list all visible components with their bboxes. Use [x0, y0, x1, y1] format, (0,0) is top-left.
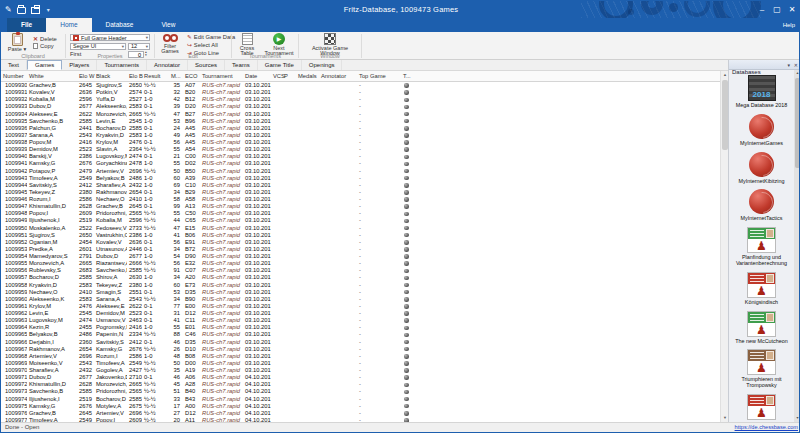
table-row[interactable]: 1009958Kryakvin,D2583Tekeyev,Z23801-060E… — [1, 282, 720, 289]
table-row[interactable]: 1009936Palchun,G2441Bocharov,D25850-124A… — [1, 125, 720, 132]
table-row[interactable]: 1009938Popov,M2416Krylov,M24760-156A45RU… — [1, 139, 720, 146]
column-header-medals[interactable]: Medals — [296, 71, 319, 82]
panel-close-icon[interactable]: ✕ — [794, 60, 798, 70]
column-header-tournament[interactable]: Tournament — [200, 71, 243, 82]
list-tab-sources[interactable]: Sources — [188, 60, 225, 70]
table-row[interactable]: 1009952Oganian,M2454Kovalev,V26360-156E9… — [1, 239, 720, 246]
ribbon-tab-view[interactable]: View — [147, 18, 189, 32]
table-row[interactable]: 1009957Bocharov,D2585Shirov,A26301-034A2… — [1, 274, 720, 281]
table-row[interactable]: 1009962Levin,E2545Demidov,M25230-131D12R… — [1, 310, 720, 317]
sidebar-scroll-up-icon[interactable]: ▲ — [794, 70, 800, 77]
column-header-annotator[interactable]: Annotator — [319, 71, 357, 82]
table-row[interactable]: 1009946Rozum,I2586Nechaev,O24101-058A58R… — [1, 196, 720, 203]
ribbon-tab-file[interactable]: File — [7, 18, 46, 32]
column-header-number[interactable]: Number — [1, 71, 27, 82]
table-row[interactable]: 1009964Kezin,R2455Pogromsky,M24161-055E0… — [1, 324, 720, 331]
chessbase-link[interactable]: https://de.chessbase.com — [735, 423, 798, 432]
panel-menu-icon[interactable]: ▾ — [787, 60, 790, 70]
column-header-p[interactable]: P — [282, 71, 296, 82]
column-header-elob[interactable]: Elo B — [127, 71, 142, 82]
table-row[interactable]: 1009974Iljiushenok,I2519Bocharov,D2585½-… — [1, 396, 720, 403]
table-row[interactable]: 1009944Savitskiy,S2412Sharafiev,A24321-0… — [1, 182, 720, 189]
paste-button[interactable]: Paste ▾ — [5, 33, 29, 52]
table-row[interactable]: 1009931Kovalev,V2636Potkin,V25740-132B20… — [1, 89, 720, 96]
table-row[interactable]: 1009930Grachev,B2645Sjugirov,S2650½-½35A… — [1, 82, 720, 89]
sidebar-scrollbar-thumb[interactable] — [795, 78, 800, 168]
table-row[interactable]: 1009975Kamsky,G2676Motylev,A2675½-½17A00… — [1, 403, 720, 410]
ribbon-tab-home[interactable]: Home — [46, 18, 91, 32]
help-link[interactable]: Help — [783, 18, 795, 32]
database-item-planfindung-und-variantenberechnung[interactable]: ♟Planfindung und Variantenberechnung — [729, 227, 794, 267]
table-row[interactable]: 1009956Rublevsky,S2683Savchenko,B2585½-½… — [1, 267, 720, 274]
table-row[interactable]: 1009968Artemiev,V2696Rozum,I25861-048B08… — [1, 353, 720, 360]
table-row[interactable]: 1009954Mamedyarov,S2791Dubov,D26771-054D… — [1, 253, 720, 260]
table-row[interactable]: 1009967Rakhmanov,A2654Kamsky,G2676½-½26D… — [1, 346, 720, 353]
database-item[interactable]: ♟ — [729, 394, 794, 420]
sidebar-scrollbar[interactable]: ▲ ▼ — [794, 70, 800, 422]
edit-game-data-button[interactable]: ✎ Edit Game Data — [187, 34, 235, 40]
table-row[interactable]: 1009965Belyakov,B2486Papenin,N2334½-½88C… — [1, 331, 720, 338]
table-row[interactable]: 1009951Sjugirov,S2650Vastrukhin,O23861-0… — [1, 232, 720, 239]
table-row[interactable]: 1009963Lugovskoy,M2474Usmanov,V24630-141… — [1, 317, 720, 324]
table-row[interactable]: 1009949Iljiushenok,I2519Kobalia,M2596½-½… — [1, 217, 720, 224]
ribbon-tab-database[interactable]: Database — [92, 18, 148, 32]
table-row[interactable]: 1009937Sarana,A2543Kryakvin,D25831-049A4… — [1, 132, 720, 139]
maximize-button[interactable]: ▢ — [770, 3, 784, 17]
close-button[interactable]: ✕ — [785, 3, 799, 17]
table-row[interactable]: 1009971Dubov,D2677Jakovenko,D27100-146A0… — [1, 374, 720, 381]
table-row[interactable]: 1009941Kamsky,G2676Goryachkina,A24781-05… — [1, 160, 720, 167]
table-row[interactable]: 1009970Sharafiev,A2432Gogolev,A2427½-½35… — [1, 367, 720, 374]
table-row[interactable]: 1009947Khismatullin,D2628Grachev,B26450-… — [1, 203, 720, 210]
table-row[interactable]: 1009942Potapov,P2479Artemiev,V2696½-½50B… — [1, 168, 720, 175]
font-select[interactable]: Segoe UI▾ — [70, 43, 126, 50]
minimize-button[interactable]: – — [755, 3, 769, 17]
font-size-select[interactable]: 12▾ — [128, 43, 150, 50]
table-row[interactable]: 1009950Moskalenko,A2522Fedoseev,V2733½-½… — [1, 225, 720, 232]
delete-button[interactable]: ✕ Delete — [33, 35, 57, 42]
database-item-mega-database-2018[interactable]: 2018Mega Database 2018 — [729, 75, 794, 109]
list-tab-openings[interactable]: Openings — [302, 60, 343, 70]
column-header-eco[interactable]: ECO — [183, 71, 200, 82]
column-header-date[interactable]: Date — [243, 71, 271, 82]
sidebar-scroll-down-icon[interactable]: ▼ — [794, 415, 800, 422]
table-row[interactable]: 1009961Krylov,M2476Alekseev,E26220-177E0… — [1, 303, 720, 310]
table-row[interactable]: 1009933Dubov,D2677Alekseenko,K25830-139D… — [1, 103, 720, 110]
database-item-myinternettactics[interactable]: MyInternetTactics — [729, 189, 794, 222]
table-row[interactable]: 1009940Barskij,V2386Lugovskoy,M24740-121… — [1, 153, 720, 160]
table-row[interactable]: 1009939Demidov,M2523Slavin,A2364½-½55A54… — [1, 146, 720, 153]
table-row[interactable]: 1009953Predke,A2601Utnasunov,A24460-134B… — [1, 246, 720, 253]
column-header-vcs[interactable]: VCS — [271, 71, 282, 82]
table-row[interactable]: 1009945Tekeyev,Z2380Rakhmanov,A26540-134… — [1, 189, 720, 196]
column-header-elow[interactable]: Elo W — [77, 71, 94, 82]
column-header-result[interactable]: Result — [142, 71, 169, 82]
game-header-select[interactable]: Full Game Header▾ — [70, 34, 150, 41]
database-item-triumphieren-mit-trompowsky[interactable]: ♟Triumphieren mit Trompowsky — [729, 349, 794, 389]
table-row[interactable]: 1009966Derjabin,I2360Savitskiy,S24120-14… — [1, 339, 720, 346]
table-row[interactable]: 1009960Alekseenko,K2583Sarana,A2543½-½34… — [1, 296, 720, 303]
list-tab-tournaments[interactable]: Tournaments — [97, 60, 147, 70]
table-row[interactable]: 1009934Alekseev,E2622Morozevich,A2665½-½… — [1, 111, 720, 118]
select-all-button[interactable]: ↪ Select All — [187, 42, 218, 48]
list-tab-annotator[interactable]: Annotator — [147, 60, 188, 70]
table-row[interactable]: 1009935Savchenko,B2585Levin,E25451-053B9… — [1, 118, 720, 125]
table-row[interactable]: 1009973Savchenko,B2585Pridorozhni,A2565½… — [1, 388, 720, 395]
column-header-white[interactable]: White — [27, 71, 77, 82]
column-header-black[interactable]: Black — [94, 71, 127, 82]
filter-games-button[interactable]: Filter Games — [157, 33, 183, 54]
column-header-topgame[interactable]: Top Game — [357, 71, 401, 82]
table-row[interactable]: 1009969Moiseenko,V2543Timofeev,A2549½-½5… — [1, 360, 720, 367]
table-row[interactable]: 1009955Morozevich,A2665Riazantsev,A2666½… — [1, 260, 720, 267]
table-row[interactable]: 1009976Grachev,B2645Artemiev,V2696½-½27D… — [1, 410, 720, 417]
column-header-t[interactable]: T... — [401, 71, 419, 82]
table-row[interactable]: 1009972Khismatullin,D2628Morozevich,A266… — [1, 381, 720, 388]
list-tab-text[interactable]: Text — [1, 60, 27, 70]
table-vertical-scrollbar[interactable]: ▲ ▼ — [720, 71, 728, 422]
database-item-myinternetkibitzing[interactable]: MyInternetKibitzing — [729, 152, 794, 185]
database-item-the-new-mccutcheon[interactable]: ♟The new McCutcheon — [729, 311, 794, 345]
database-item-k-nigsindisch[interactable]: ♟Königsindisch — [729, 272, 794, 306]
list-tab-game-title[interactable]: Game Title — [258, 60, 302, 70]
list-tab-players[interactable]: Players — [62, 60, 97, 70]
database-item-myinternetgames[interactable]: MyInternetGames — [729, 114, 794, 147]
column-header-m[interactable]: M... — [169, 71, 183, 82]
table-row[interactable]: 1009932Kobalia,M2596Yuffa,D25271-042B12R… — [1, 96, 720, 103]
